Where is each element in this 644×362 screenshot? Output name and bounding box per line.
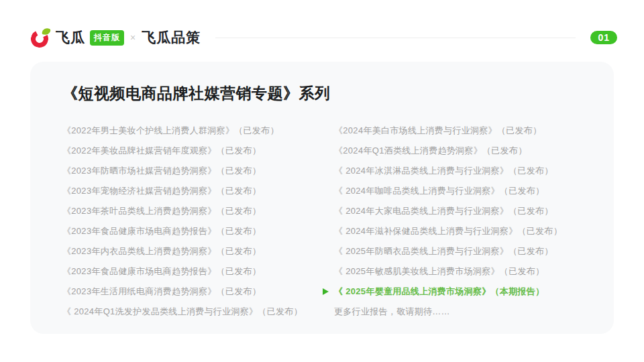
report-list-item: 《2023年茶叶品类线上消费趋势洞察》（已发布） xyxy=(62,201,334,221)
report-list-item: 《 2025年敏感肌美妆线上消费市场洞察》（已发布） xyxy=(334,261,582,282)
logo-leaf-shape xyxy=(42,27,50,36)
report-item-label: 《2024年Q1酒类线上消费趋势洞察》（已发布） xyxy=(334,145,527,156)
report-item-label: 《2022年男士美妆个护线上消费人群洞察》（已发布） xyxy=(62,125,279,135)
report-item-label: 《 2024年大家电品类线上消费与行业洞察》（已发布） xyxy=(334,206,553,216)
slide: 飞瓜 抖音版 × 飞瓜品策 01 《短视频电商品牌社媒营销专题》系列 《2022… xyxy=(0,0,644,334)
report-item-label: 《 2025年敏感肌美妆线上消费市场洞察》（已发布） xyxy=(334,266,544,276)
report-item-label: 《 2024年Q1洗发护发品类线上消费与行业洞察》（已发布） xyxy=(62,306,303,316)
report-list-item: 《 2025年防晒衣品类线上消费与行业洞察》（已发布） xyxy=(334,241,582,261)
report-list-item: 《2024年美白市场线上消费与行业洞察》（已发布） xyxy=(334,121,582,141)
report-list-item: 《2022年男士美妆个护线上消费人群洞察》（已发布） xyxy=(62,121,334,141)
report-list-item: 更多行业报告，敬请期待…… xyxy=(334,302,582,322)
report-list-item: 《2023年宠物经济社媒营销趋势洞察》（已发布） xyxy=(62,181,334,201)
report-list-item: 《2022年美妆品牌社媒营销年度观察》（已发布） xyxy=(62,141,334,161)
report-list-item: 《2023年食品健康市场电商趋势报告》（已发布） xyxy=(62,261,334,282)
card-title: 《短视频电商品牌社媒营销专题》系列 xyxy=(62,83,582,103)
brand-partner-name: 飞瓜品策 xyxy=(142,28,201,47)
header-divider xyxy=(215,38,576,38)
report-item-label: 《2024年美白市场线上消费与行业洞察》（已发布） xyxy=(334,125,541,135)
report-list-item: 《 2024年Q1洗发护发品类线上消费与行业洞察》（已发布） xyxy=(62,302,334,322)
report-list-item: 《2024年Q1酒类线上消费趋势洞察》（已发布） xyxy=(334,141,582,161)
report-item-label: 《2023年茶叶品类线上消费趋势洞察》（已发布） xyxy=(62,206,261,216)
report-item-label: 更多行业报告，敬请期待…… xyxy=(334,306,450,316)
report-list-item: 《 2024年冰淇淋品类线上消费与行业洞察》（已发布） xyxy=(334,161,582,181)
header: 飞瓜 抖音版 × 飞瓜品策 01 xyxy=(0,0,644,48)
report-list-item: 《 2024年咖啡品类线上消费与行业洞察》（已发布） xyxy=(334,181,582,201)
report-item-label: 《2023年生活用纸电商消费趋势洞察》（已发布） xyxy=(62,286,261,296)
brand-name: 飞瓜 xyxy=(56,28,85,47)
report-list-item: 《 2024年大家电品类线上消费与行业洞察》（已发布） xyxy=(334,201,582,221)
report-item-label: 《 2025年婴童用品线上消费市场洞察》（本期报告） xyxy=(334,286,544,296)
feigua-logo-icon xyxy=(31,28,51,48)
douyin-edition-badge: 抖音版 xyxy=(90,30,124,46)
report-item-label: 《 2025年防晒衣品类线上消费与行业洞察》（已发布） xyxy=(334,246,553,256)
report-list-item: 《2023年食品健康市场电商趋势报告》（已发布） xyxy=(62,221,334,241)
play-icon xyxy=(323,288,329,295)
report-list-left: 《2022年男士美妆个护线上消费人群洞察》（已发布） 《2022年美妆品牌社媒营… xyxy=(62,121,334,322)
report-series-card: 《短视频电商品牌社媒营销专题》系列 《2022年男士美妆个护线上消费人群洞察》（… xyxy=(30,62,614,334)
page-number-badge: 01 xyxy=(590,31,617,44)
report-list-item: 《2023年生活用纸电商消费趋势洞察》（已发布） xyxy=(62,282,334,302)
report-list-item: 《 2025年婴童用品线上消费市场洞察》（本期报告） xyxy=(334,282,582,302)
report-list-item: 《2023年防晒市场社媒营销趋势洞察》（已发布） xyxy=(62,161,334,181)
report-item-label: 《2022年美妆品牌社媒营销年度观察》（已发布） xyxy=(62,145,261,156)
report-list-item: 《 2024年滋补保健品类线上消费与行业洞察》（已发布） xyxy=(334,221,582,241)
report-columns: 《2022年男士美妆个护线上消费人群洞察》（已发布） 《2022年美妆品牌社媒营… xyxy=(62,121,582,322)
report-item-label: 《2023年宠物经济社媒营销趋势洞察》（已发布） xyxy=(62,186,261,196)
report-item-label: 《 2024年滋补保健品类线上消费与行业洞察》（已发布） xyxy=(334,226,562,236)
brand-logo: 飞瓜 抖音版 × 飞瓜品策 xyxy=(31,28,201,48)
report-item-label: 《2023年内衣品类线上消费趋势洞察》（已发布） xyxy=(62,246,261,256)
report-item-label: 《 2024年冰淇淋品类线上消费与行业洞察》（已发布） xyxy=(334,166,553,176)
report-item-label: 《 2024年咖啡品类线上消费与行业洞察》（已发布） xyxy=(334,186,544,196)
report-list-right: 《2024年美白市场线上消费与行业洞察》（已发布） 《2024年Q1酒类线上消费… xyxy=(334,121,582,322)
report-item-label: 《2023年防晒市场社媒营销趋势洞察》（已发布） xyxy=(62,166,261,176)
report-item-label: 《2023年食品健康市场电商趋势报告》（已发布） xyxy=(62,226,261,236)
brand-separator: × xyxy=(130,32,136,43)
report-list-item: 《2023年内衣品类线上消费趋势洞察》（已发布） xyxy=(62,241,334,261)
report-item-label: 《2023年食品健康市场电商趋势报告》（已发布） xyxy=(62,266,261,276)
